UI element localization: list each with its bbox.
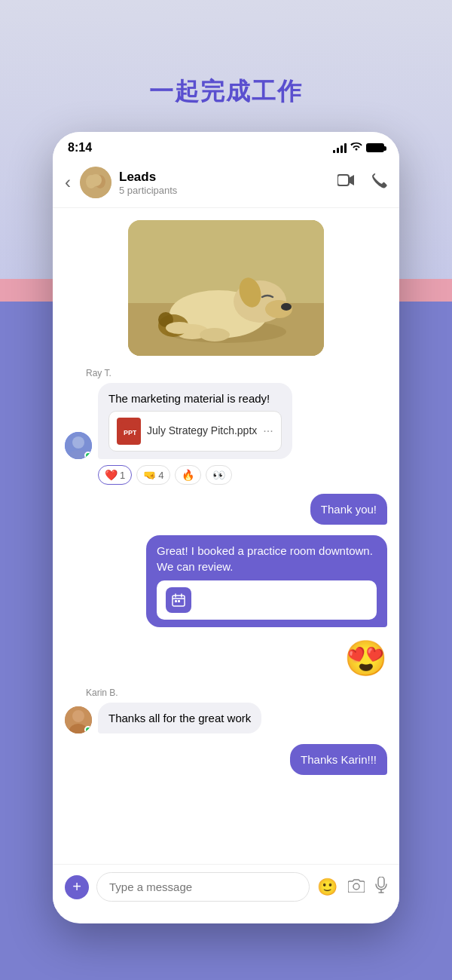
reaction-fist[interactable]: 🤜 4 [136,465,170,485]
svg-text:PPT: PPT [124,429,136,436]
karin-message-row: Thanks all for the great work [53,700,399,737]
svg-point-17 [166,322,193,334]
input-actions: 🙂 [317,877,387,898]
karin-bubble: Thanks all for the great work [98,703,261,733]
karin-sender-label: Karin B. [86,688,399,698]
svg-point-11 [281,303,292,311]
ray-message-row: The marketing material is ready! PPT Jul… [53,380,399,462]
event-attachment[interactable]: Marketing review Mon Jul 23, 11:30 AM - … [157,580,377,620]
ray-bubble: The marketing material is ready! PPT Jul… [98,383,292,459]
svg-point-30 [72,710,84,722]
ray-online-indicator [84,452,92,459]
karin-avatar [65,706,92,733]
group-participants: 5 participants [119,185,337,196]
karin-message-group: Karin B. Thanks all for the great work [53,683,399,737]
svg-rect-4 [337,175,349,185]
svg-rect-27 [175,600,177,602]
reaction-heart[interactable]: ❤️ 1 [98,465,132,485]
mic-button[interactable] [375,877,387,898]
battery-icon [366,143,384,152]
header-actions [337,172,387,193]
reaction-fire[interactable]: 🔥 [175,465,201,485]
booked-bubble: Great! I booked a practice room downtown… [146,535,387,627]
ray-message-text: The marketing material is ready! [108,390,282,406]
thank-you-bubble: Thank you! [310,494,387,525]
pptx-icon: PPT [117,418,141,445]
file-name: July Strategy Pitch.pptx [147,424,257,439]
svg-point-14 [200,328,230,341]
group-name: Leads [119,170,337,185]
status-bar: 8:14 [53,132,399,161]
chat-header: ‹ Leads 5 participants [53,161,399,208]
group-info: Leads 5 participants [119,170,337,196]
reactions-row: ❤️ 1 🤜 4 🔥 👀 [86,465,399,485]
event-info: Marketing review Mon Jul 23, 11:30 AM - … [199,586,368,614]
wifi-icon [350,142,362,154]
phone-call-button[interactable] [371,172,387,193]
svg-point-32 [353,884,359,890]
chat-area: Ray T. The marketing material is ready! [53,208,399,864]
event-title: Marketing review [199,586,368,602]
camera-button[interactable] [348,877,365,897]
reaction-eyes[interactable]: 👀 [206,465,232,485]
back-button[interactable]: ‹ [65,172,71,193]
page-title: 一起完成工作 [0,75,452,109]
message-input[interactable] [96,872,310,902]
emoji-button[interactable]: 🙂 [317,877,337,897]
video-call-button[interactable] [337,172,356,193]
phone-container: 8:14 ‹ [53,132,399,923]
calendar-icon [166,587,191,613]
thanks-karin-bubble: Thanks Karin!!! [290,744,387,775]
svg-rect-28 [178,600,180,602]
image-message [53,208,399,363]
svg-point-3 [90,174,102,186]
karin-online-indicator [84,726,92,733]
big-emoji: 😍 [53,633,399,683]
ray-message-group: Ray T. The marketing material is ready! [53,363,399,462]
booked-room-row: Great! I booked a practice room downtown… [53,532,399,630]
ray-avatar [65,432,92,459]
booked-text: Great! I booked a practice room downtown… [157,543,377,574]
status-icons [333,142,384,154]
svg-point-19 [72,436,84,449]
thank-you-row: Thank you! [53,491,399,528]
input-bar: + 🙂 [53,864,399,909]
event-time: Mon Jul 23, 11:30 AM - 2:00 PM [199,602,368,614]
file-attachment[interactable]: PPT July Strategy Pitch.pptx ··· [108,411,282,452]
file-menu-button[interactable]: ··· [263,423,273,439]
status-time: 8:14 [68,141,92,155]
chat-image-bubble [128,220,324,356]
svg-rect-33 [378,877,384,887]
thanks-karin-row: Thanks Karin!!! [53,741,399,778]
add-button[interactable]: + [65,875,89,899]
group-avatar [80,167,111,198]
signal-icon [333,142,347,153]
ray-sender-label: Ray T. [86,368,399,378]
